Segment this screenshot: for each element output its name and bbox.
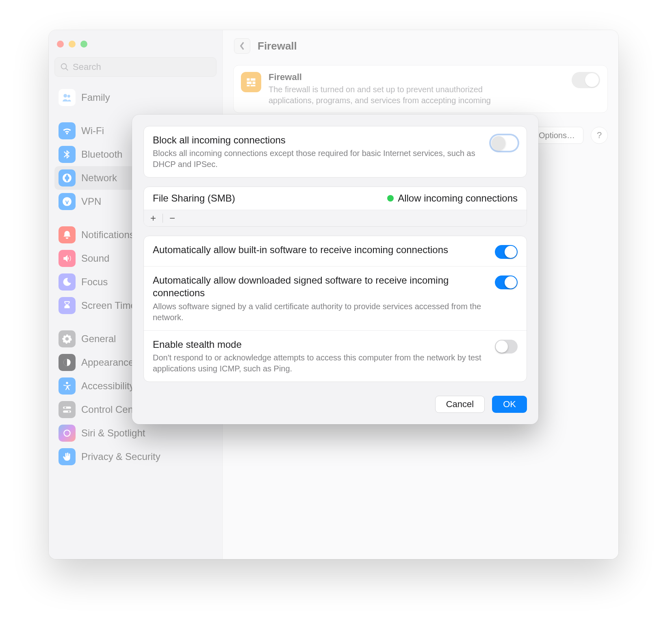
sidebar-item-label: VPN [81, 196, 101, 207]
auto-signed-description: Allows software signed by a valid certif… [153, 301, 486, 323]
siri-icon [59, 425, 76, 442]
sidebar-item-family[interactable]: Family [54, 86, 217, 109]
svg-point-8 [64, 430, 70, 436]
wifi-icon [59, 122, 76, 139]
gear-icon [59, 330, 76, 347]
vpn-icon [59, 193, 76, 210]
block-all-card: Block all incoming connections Blocks al… [143, 126, 527, 178]
apps-list-card: File Sharing (SMB) Allow incoming connec… [143, 187, 527, 227]
firewall-summary-card: Firewall The firewall is turned on and s… [233, 65, 608, 113]
main-header: Firewall [223, 30, 618, 59]
help-button[interactable]: ? [591, 127, 608, 144]
auto-signed-title: Automatically allow downloaded signed so… [153, 274, 486, 299]
moon-icon [59, 273, 76, 291]
search-field-wrap [54, 57, 217, 77]
sidebar-item-label: General [81, 333, 116, 345]
page-title: Firewall [258, 40, 297, 52]
chevron-left-icon [239, 41, 245, 50]
firewall-summary-text: Firewall The firewall is turned on and s… [269, 72, 564, 106]
svg-point-0 [63, 94, 67, 98]
svg-point-6 [65, 407, 66, 408]
list-item-status[interactable]: Allow incoming connections [387, 193, 518, 204]
sidebar-item-label: Focus [81, 276, 108, 288]
sliders-icon [59, 401, 76, 418]
block-all-toggle[interactable] [491, 135, 518, 151]
speaker-icon [59, 250, 76, 267]
sidebar-item-label: Network [81, 172, 117, 184]
zoom-window-button[interactable] [80, 41, 87, 48]
stealth-title: Enable stealth mode [153, 338, 486, 351]
list-item[interactable]: File Sharing (SMB) Allow incoming connec… [144, 187, 527, 210]
search-input[interactable] [54, 57, 217, 77]
sidebar-item-label: Siri & Spotlight [81, 427, 145, 439]
status-dot-icon [387, 195, 394, 202]
svg-point-1 [67, 95, 70, 98]
svg-point-7 [68, 411, 69, 412]
close-window-button[interactable] [57, 41, 64, 48]
svg-rect-4 [63, 406, 71, 408]
sidebar-item-label: Privacy & Security [81, 451, 160, 462]
back-button[interactable] [234, 38, 250, 54]
accessibility-icon [59, 377, 76, 395]
firewall-title: Firewall [269, 72, 564, 82]
hourglass-icon [59, 297, 76, 314]
sidebar-item-label: Bluetooth [81, 149, 122, 160]
bluetooth-icon [59, 146, 76, 163]
hand-icon [59, 448, 76, 465]
sidebar-item-label: Screen Time [81, 300, 136, 311]
search-icon [60, 63, 69, 72]
svg-rect-5 [63, 410, 71, 412]
sidebar-item-privacy[interactable]: Privacy & Security [54, 445, 217, 468]
firewall-master-toggle[interactable] [572, 72, 600, 88]
svg-point-3 [66, 382, 68, 384]
auto-builtin-toggle[interactable] [495, 245, 518, 259]
minimize-window-button[interactable] [69, 41, 76, 48]
sidebar-item-label: Sound [81, 253, 109, 264]
sidebar-item-label: Accessibility [81, 380, 134, 392]
bell-icon [59, 226, 76, 243]
firewall-icon [241, 72, 261, 92]
add-button[interactable]: + [144, 210, 163, 226]
sidebar-item-label: Wi-Fi [81, 125, 104, 137]
sidebar-item-label: Notifications [81, 229, 134, 241]
auto-builtin-title: Automatically allow built-in software to… [153, 243, 486, 256]
ok-button[interactable]: OK [492, 396, 527, 413]
dialog-footer: Cancel OK [143, 396, 527, 413]
cancel-button[interactable]: Cancel [435, 396, 485, 413]
sidebar-item-label: Appearance [81, 357, 134, 368]
list-item-name: File Sharing (SMB) [153, 193, 235, 204]
list-toolbar: + − [144, 210, 527, 226]
stealth-toggle[interactable] [495, 340, 518, 354]
options-card: Automatically allow built-in software to… [143, 236, 527, 382]
firewall-description: The firewall is turned on and set up to … [269, 84, 529, 106]
sidebar-item-sirispotlight[interactable]: Siri & Spotlight [54, 421, 217, 445]
appearance-icon [59, 354, 76, 371]
family-icon [59, 89, 76, 106]
firewall-options-dialog: Block all incoming connections Blocks al… [132, 115, 538, 424]
auto-signed-toggle[interactable] [495, 275, 518, 289]
window-controls [54, 37, 217, 55]
stealth-description: Don't respond to or acknowledge attempts… [153, 352, 486, 374]
block-all-description: Blocks all incoming connections except t… [153, 148, 482, 170]
list-item-status-label: Allow incoming connections [398, 193, 518, 204]
network-icon [59, 169, 76, 187]
sidebar-item-label: Family [81, 92, 110, 103]
block-all-title: Block all incoming connections [153, 134, 482, 146]
remove-button[interactable]: − [163, 210, 182, 226]
